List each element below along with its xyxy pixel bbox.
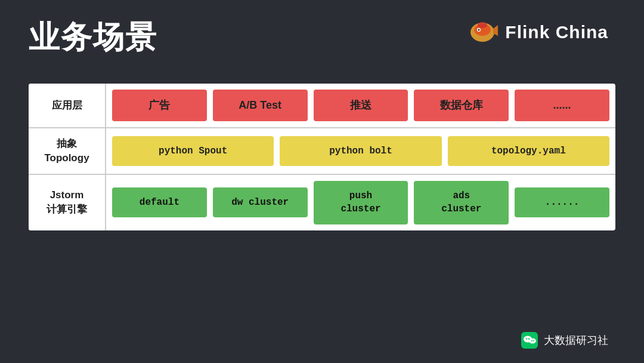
flink-fish-icon bbox=[467, 17, 498, 48]
cell-more-jstorm: ...... bbox=[515, 187, 609, 217]
wechat-icon bbox=[521, 332, 538, 349]
cell-ads-cluster: ads cluster bbox=[414, 181, 509, 224]
main-table: 应用层 广告 A/B Test 推送 数据仓库 ...... 抽象 Topolo… bbox=[29, 84, 615, 230]
table-row-topology: 抽象 Topology python Spout python bolt top… bbox=[29, 128, 615, 175]
row-cells-topology: python Spout python bolt topology.yaml bbox=[106, 128, 615, 174]
svg-point-11 bbox=[528, 338, 530, 339]
table-row-jstorm: Jstorm 计算引擎 default dw cluster push clus… bbox=[29, 175, 615, 230]
svg-point-12 bbox=[531, 340, 532, 342]
bottom-logo: 大数据研习社 bbox=[521, 332, 608, 349]
cell-python-bolt: python bolt bbox=[280, 136, 441, 166]
svg-point-4 bbox=[478, 29, 480, 31]
svg-point-5 bbox=[478, 22, 487, 28]
row-cells-application: 广告 A/B Test 推送 数据仓库 ...... bbox=[106, 84, 615, 127]
svg-point-13 bbox=[533, 340, 534, 342]
cell-warehouse: 数据仓库 bbox=[414, 90, 509, 121]
logo-text: Flink China bbox=[505, 22, 608, 42]
logo-area: Flink China bbox=[467, 17, 608, 48]
cell-push: 推送 bbox=[314, 90, 408, 121]
cell-dw-cluster: dw cluster bbox=[213, 187, 308, 217]
row-label-application: 应用层 bbox=[29, 84, 106, 127]
cell-push-cluster: push cluster bbox=[314, 181, 408, 224]
cell-default: default bbox=[112, 187, 207, 217]
page-title: 业务场景 bbox=[29, 17, 157, 59]
row-label-topology: 抽象 Topology bbox=[29, 128, 106, 174]
table-row-application: 应用层 广告 A/B Test 推送 数据仓库 ...... bbox=[29, 84, 615, 128]
row-label-jstorm: Jstorm 计算引擎 bbox=[29, 175, 106, 230]
row-cells-jstorm: default dw cluster push cluster ads clus… bbox=[106, 175, 615, 230]
cell-more-app: ...... bbox=[515, 90, 609, 121]
cell-python-spout: python Spout bbox=[112, 136, 274, 166]
cell-topology-yaml: topology.yaml bbox=[448, 136, 609, 166]
cell-abtest: A/B Test bbox=[213, 90, 308, 121]
svg-point-10 bbox=[526, 338, 527, 339]
bottom-logo-text: 大数据研习社 bbox=[544, 333, 608, 347]
cell-ad: 广告 bbox=[112, 90, 207, 121]
svg-point-9 bbox=[529, 339, 536, 344]
